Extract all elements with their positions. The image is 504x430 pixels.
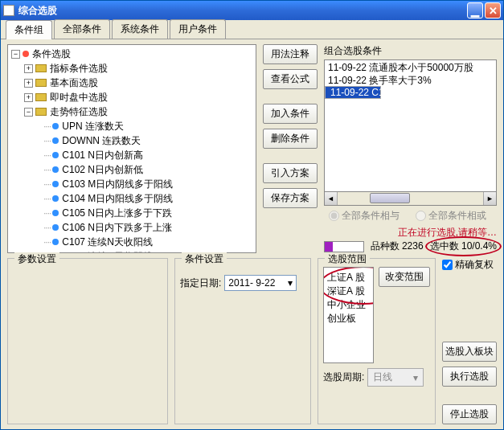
upper-panel: −条件选股 +指标条件选股 +基本面选股 +即时盘中选股 −走势特征选股 ···… [7,44,497,253]
combo-panel: 组合选股条件 11-09-22 流通股本小于50000万股 11-09-22 换… [324,44,497,253]
tree-item[interactable]: UPN 连涨数天 [62,120,124,133]
combo-label: 组合选股条件 [324,44,497,58]
add-condition-button[interactable]: 加入条件 [263,104,318,124]
key-icon [35,93,47,101]
range-fieldset: 选股范围 上证A 股 深证A 股 中小企业 创业板 改变范围 选股周期: 日线 … [318,258,436,424]
scroll-thumb[interactable] [370,193,410,203]
mid-button-col: 用法注释 查看公式 加入条件 删除条件 引入方案 保存方案 [263,44,318,253]
logic-radio-group: 全部条件相与 全部条件相或 [324,206,497,226]
window-title: 综合选股 [18,4,465,18]
tree-item[interactable]: C105 N日内上涨多于下跌 [62,207,172,220]
key-icon [35,108,47,116]
tree-item[interactable]: C104 M日内阳线多于阴线 [62,192,173,206]
range-list[interactable]: 上证A 股 深证A 股 中小企业 创业板 [323,267,374,363]
combo-condition-list[interactable]: 11-09-22 流通股本小于50000万股 11-09-22 换手率大于3% … [324,59,497,192]
period-select[interactable]: 日线 ▾ [367,368,424,387]
lower-panel: 参数设置 条件设置 指定日期: 2011- 9-22 ▾ 选股范围 上证A 股 … [7,258,497,424]
progress-bar [324,241,364,252]
item-icon [52,152,59,158]
save-plan-button[interactable]: 保存方案 [263,188,318,208]
change-range-button[interactable]: 改变范围 [379,267,430,287]
app-icon [3,5,14,16]
delete-condition-button[interactable]: 删除条件 [263,129,318,149]
tab-condition-group[interactable]: 条件组 [6,20,52,39]
import-plan-button[interactable]: 引入方案 [263,163,318,183]
scroll-left-icon[interactable]: ◄ [325,192,338,205]
titlebar: 综合选股 ▁ ✕ [1,1,503,20]
item-icon [52,137,59,144]
item-icon [52,224,59,231]
tab-bar: 条件组 全部条件 系统条件 用户条件 [1,20,503,39]
folder-icon [23,51,29,57]
item-icon [52,210,59,216]
combo-row[interactable]: 11-09-22 流通股本小于50000万股 [325,60,496,73]
cond-fieldset: 条件设置 指定日期: 2011- 9-22 ▾ [174,258,311,424]
content-area: −条件选股 +指标条件选股 +基本面选股 +即时盘中选股 −走势特征选股 ···… [1,39,503,429]
total-label: 品种数 2236 [371,240,424,253]
running-message: 正在进行选股,请稍等… [324,226,497,240]
tree-item[interactable]: C106 N日内下跌多于上涨 [62,221,172,235]
window: 综合选股 ▁ ✕ 条件组 全部条件 系统条件 用户条件 −条件选股 +指标条件选… [0,0,504,430]
side-button-col: 精确复权 选股入板块 执行选股 停止选股 [442,258,497,424]
radio-and[interactable]: 全部条件相与 [329,209,400,223]
precise-checkbox[interactable]: 精确复权 [442,258,497,272]
key-icon [35,79,47,87]
range-text: 上证A 股 深证A 股 中小企业 创业板 [327,272,366,324]
key-icon [35,64,47,72]
expand-icon[interactable]: + [24,79,33,88]
tree-group[interactable]: 基本面选股 [50,76,98,90]
close-button[interactable]: ✕ [485,2,501,18]
item-icon [52,181,59,187]
horizontal-scrollbar[interactable]: ◄ ► [324,192,497,206]
usage-button[interactable]: 用法注释 [263,44,318,64]
expand-icon[interactable]: + [24,93,33,102]
tree-group[interactable]: 指标条件选股 [50,62,108,76]
param-fieldset: 参数设置 [7,258,168,424]
tree-item[interactable]: C107 连续N天收阳线 [62,235,153,249]
scroll-right-icon[interactable]: ► [483,192,496,205]
status-row: 品种数 2236 选中数 10/0.4% [324,240,497,253]
tree-item[interactable]: C101 N日内创新高 [62,149,143,162]
tree-item[interactable]: DOWNN 连跌数天 [62,134,141,148]
to-block-button[interactable]: 选股入板块 [442,342,497,362]
selected-count: 选中数 10/0.4% [430,240,497,253]
progress-fill [325,242,333,252]
item-icon [52,239,59,245]
condition-tree[interactable]: −条件选股 +指标条件选股 +基本面选股 +即时盘中选股 −走势特征选股 ···… [7,44,256,253]
item-icon [52,123,59,129]
collapse-icon[interactable]: − [24,108,33,117]
cond-legend: 条件设置 [182,252,227,266]
tab-user[interactable]: 用户条件 [170,19,226,39]
period-label: 选股周期: [323,371,364,384]
tree-item[interactable]: C108 连续N天收阴线 [62,250,153,254]
tab-all[interactable]: 全部条件 [54,19,110,39]
tree-root: 条件选股 [32,47,71,61]
tree-item[interactable]: C103 M日内阴线多于阳线 [62,178,173,191]
combo-row[interactable]: 11-09-22 换手率大于3% [325,73,496,86]
view-formula-button[interactable]: 查看公式 [263,69,318,89]
minimize-button[interactable]: ▁ [467,2,483,18]
stop-button[interactable]: 停止选股 [442,404,497,424]
expand-icon[interactable]: + [24,64,33,73]
execute-button[interactable]: 执行选股 [442,367,497,387]
dropdown-icon: ▾ [413,372,418,383]
date-label: 指定日期: [180,276,221,290]
collapse-icon[interactable]: − [11,50,20,59]
date-input[interactable]: 2011- 9-22 ▾ [224,275,297,291]
item-icon [52,195,59,202]
radio-or[interactable]: 全部条件相或 [416,209,486,223]
param-legend: 参数设置 [14,252,59,266]
tree-group[interactable]: 即时盘中选股 [50,91,108,104]
combo-row-selected[interactable]: 11-09-22 C128 (8) [325,86,381,99]
item-icon [52,166,59,173]
scroll-track[interactable] [338,192,483,205]
tree-group[interactable]: 走势特征选股 [50,105,108,119]
tab-system[interactable]: 系统条件 [112,19,168,39]
tree-item[interactable]: C102 N日内创新低 [62,163,143,177]
range-legend: 选股范围 [325,252,370,266]
dropdown-icon[interactable]: ▾ [288,277,293,289]
